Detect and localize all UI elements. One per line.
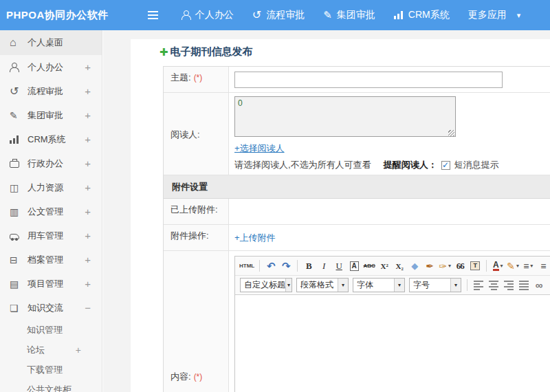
rich-text-editor: HTML ↶ ↷ B I U A ABC X² X₂ ◆ ✒ [234, 256, 550, 392]
expand-icon[interactable]: + [85, 182, 91, 193]
attachment-operation-label: 附件操作: [164, 225, 229, 250]
superscript-button[interactable]: X² [377, 259, 391, 273]
form-row-readers: 阅读人: 0 +选择阅读人 请选择阅读人,不选为所有人可查看 提醒阅读人： ✓ … [164, 93, 550, 175]
car-icon [10, 232, 21, 239]
ordered-list-icon[interactable]: ≡▾ [521, 259, 535, 273]
nav-crm-system[interactable]: CRM系统 [394, 9, 450, 21]
remove-format-eraser-icon[interactable]: ◆ [408, 259, 421, 273]
expand-icon[interactable]: + [76, 345, 81, 356]
underline-button[interactable]: U [332, 259, 346, 273]
unordered-list-icon[interactable]: ≡ [536, 259, 550, 273]
align-left-icon[interactable] [472, 278, 485, 292]
bar-chart-icon [10, 135, 21, 144]
briefcase-icon [10, 159, 21, 168]
expand-icon[interactable]: + [85, 278, 91, 290]
editor-toolbar-row2: 自定义标题▾ 段落格式▾ 字体▾ 字号▾ [235, 276, 550, 295]
page-title: ✚ 电子期刊信息发布 [160, 45, 253, 58]
select-readers-link[interactable]: +选择阅读人 [234, 142, 550, 155]
toolbar-separator [297, 260, 298, 272]
toolbar-separator [259, 260, 260, 272]
font-border-button[interactable]: A [347, 259, 361, 273]
bold-button[interactable]: B [302, 259, 316, 273]
expand-icon[interactable]: + [85, 133, 91, 145]
font-family-select[interactable]: 字体▾ [353, 278, 405, 292]
form-row-attachment-operation: 附件操作: +上传附件 [164, 225, 550, 251]
custom-heading-select[interactable]: 自定义标题▾ [240, 278, 292, 292]
bar-chart-icon [394, 11, 404, 19]
sidebar-item-knowledge-exchange[interactable]: ❏ 知识交流 − [0, 296, 102, 320]
collapse-icon[interactable]: − [85, 302, 91, 314]
subject-label: 主题: (*) [164, 67, 229, 92]
person-icon [182, 10, 190, 20]
edit-icon: ✎ [323, 10, 332, 20]
form-row-subject: 主题: (*) [164, 67, 550, 93]
sidebar-item-archive-management[interactable]: ⊟ 档案管理 + [0, 248, 102, 272]
align-right-icon[interactable] [502, 278, 516, 292]
expand-icon[interactable]: + [85, 61, 91, 73]
expand-icon[interactable]: + [85, 254, 91, 265]
nav-personal-office[interactable]: 个人办公 [182, 9, 234, 21]
font-color-button[interactable]: A▾ [491, 259, 505, 273]
sidebar-subitem-download-management[interactable]: 下载管理 [0, 360, 102, 380]
top-navigation: 个人办公 ↺ 流程审批 ✎ 集团审批 CRM系统 更多应用 ▾ [182, 9, 520, 21]
italic-button[interactable]: I [317, 259, 331, 273]
sidebar-item-personal-office[interactable]: 个人办公 + [0, 55, 102, 79]
sidebar-subitem-knowledge-management[interactable]: 知识管理 [0, 320, 102, 340]
document-icon: ▥ [10, 207, 21, 217]
sidebar-subitem-public-file-cabinet[interactable]: 公共文件柜 [0, 380, 102, 392]
editor-toolbar-row1: HTML ↶ ↷ B I U A ABC X² X₂ ◆ ✒ [235, 257, 550, 276]
person-icon [10, 63, 21, 72]
sidebar-item-project-management[interactable]: ▤ 项目管理 + [0, 272, 102, 296]
remove-link-icon[interactable]: ∞ [547, 278, 550, 292]
sidebar-item-workflow-approval[interactable]: ↺ 流程审批 + [0, 79, 102, 103]
nav-group-approval[interactable]: ✎ 集团审批 [323, 9, 375, 21]
nav-more-apps[interactable]: 更多应用 [468, 9, 507, 21]
highlight-color-icon[interactable]: ✎▾ [506, 259, 520, 273]
open-book-icon: ◫ [10, 183, 21, 193]
home-icon: ⌂ [10, 38, 21, 47]
nav-workflow-approval[interactable]: ↺ 流程审批 [252, 9, 305, 21]
align-justify-icon[interactable] [517, 278, 531, 292]
expand-icon[interactable]: + [85, 85, 91, 97]
caret-down-icon[interactable]: ▾ [517, 11, 521, 20]
sidebar-item-crm-system[interactable]: CRM系统 + [0, 127, 102, 151]
blockquote-button[interactable]: 66 [453, 259, 467, 273]
readers-hint-line: 请选择阅读人,不选为所有人可查看 提醒阅读人： ✓ 短消息提示 [234, 159, 550, 171]
add-plus-icon: ✚ [160, 46, 168, 58]
subscript-button[interactable]: X₂ [393, 259, 406, 273]
strikethrough-button[interactable]: ABC [362, 259, 376, 273]
sidebar-item-vehicle-management[interactable]: 用车管理 + [0, 224, 102, 248]
expand-icon[interactable]: + [85, 230, 91, 241]
form-row-uploaded-attachments: 已上传附件: [164, 199, 550, 225]
html-source-button[interactable]: HTML [239, 259, 255, 273]
paste-text-icon[interactable]: T [468, 259, 482, 273]
font-size-select[interactable]: 字号▾ [409, 278, 461, 292]
sidebar-item-admin-office[interactable]: 行政办公 + [0, 151, 102, 175]
content-label: 内容: (*) [164, 251, 229, 392]
subject-input[interactable] [234, 72, 503, 88]
expand-icon[interactable]: + [85, 109, 91, 121]
sidebar-item-personal-desktop[interactable]: ⌂ 个人桌面 [0, 30, 102, 55]
upload-attachment-link[interactable]: +上传附件 [234, 232, 276, 244]
form-row-content: 内容: (*) HTML ↶ ↷ B I U A [164, 251, 550, 392]
sidebar-item-human-resources[interactable]: ◫ 人力资源 + [0, 175, 102, 199]
auto-typeset-icon[interactable]: ✑▾ [438, 259, 452, 273]
sms-checkbox[interactable]: ✓ [441, 161, 450, 170]
redo-icon[interactable]: ↷ [279, 259, 293, 273]
expand-icon[interactable]: + [85, 157, 91, 169]
paragraph-format-select[interactable]: 段落格式▾ [296, 278, 349, 292]
hamburger-menu-icon[interactable] [148, 14, 158, 16]
insert-link-icon[interactable]: ∞ [532, 278, 546, 292]
format-painter-icon[interactable]: ✒ [423, 259, 437, 273]
sidebar-item-document-management[interactable]: ▥ 公文管理 + [0, 199, 102, 224]
app-header: PHPOA协同办公软件 个人办公 ↺ 流程审批 ✎ 集团审批 CRM系统 更多应… [0, 0, 550, 30]
undo-icon[interactable]: ↶ [264, 259, 278, 273]
align-center-icon[interactable] [487, 278, 500, 292]
toolbar-separator [486, 260, 487, 272]
expand-icon[interactable]: + [85, 206, 91, 217]
sms-label: 短消息提示 [454, 159, 499, 171]
readers-textarea[interactable]: 0 [234, 96, 456, 137]
editor-content-area[interactable] [235, 295, 550, 392]
sidebar-item-group-approval[interactable]: ✎ 集团审批 + [0, 103, 102, 127]
sidebar-subitem-forum[interactable]: 论坛 + [0, 340, 102, 360]
